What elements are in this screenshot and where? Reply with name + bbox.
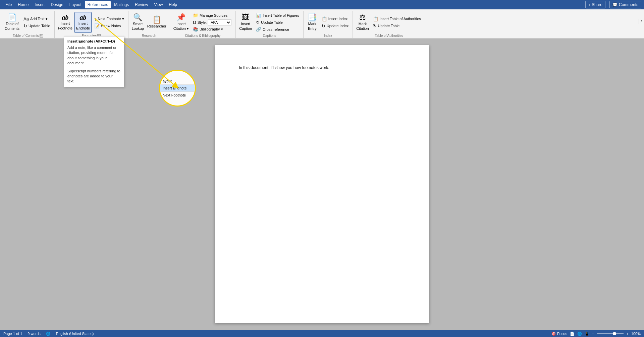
toc-expander[interactable]: ⎘ <box>40 34 43 38</box>
ribbon-groups: 📄 Table ofContents Aa Add Text ▾ ↻ Updat… <box>0 11 644 38</box>
cross-reference-button[interactable]: 🔗 Cross-reference <box>254 26 301 33</box>
add-text-icon: Aa <box>23 16 29 21</box>
insert-table-of-figures-button[interactable]: 📊 Insert Table of Figures <box>254 12 301 19</box>
menu-design[interactable]: Design <box>48 1 66 8</box>
update-table-toc-button[interactable]: ↻ Update Table <box>21 22 52 29</box>
researcher-label: Researcher <box>147 24 166 28</box>
circle-context-menu: ayout Insert Endnote Next Footnote <box>159 70 196 107</box>
insert-table-of-authorities-button[interactable]: 📋 Insert Table of Authorities <box>371 15 423 22</box>
menu-help[interactable]: Help <box>166 1 180 8</box>
bibliography-label: Bibliography ▾ <box>200 27 223 31</box>
tooltip-description: Add a note, like a comment or citation, … <box>67 45 120 66</box>
insert-footnote-button[interactable]: ab InsertFootnote <box>57 12 74 33</box>
smart-lookup-button[interactable]: 🔍 SmartLookup <box>130 12 145 33</box>
menu-file[interactable]: File <box>3 1 14 8</box>
update-table-toa-button[interactable]: ↻ Update Table <box>371 22 423 29</box>
index-group-label: Index <box>306 34 351 38</box>
style-select[interactable]: APA MLA Chicago <box>208 19 231 25</box>
circle-menu-item-next-footnote[interactable]: Next Footnote <box>160 92 195 98</box>
mark-entry-button[interactable]: 📑 MarkEntry <box>306 12 319 33</box>
menu-bar-right: ↑ Share 💬 Comments <box>585 1 641 8</box>
document-page[interactable]: In this document, I'll show you how foot… <box>215 45 429 323</box>
insert-caption-button[interactable]: 🖼 InsertCaption <box>238 12 253 33</box>
zoom-in-button[interactable]: + <box>626 332 628 336</box>
zoom-thumb <box>613 332 616 335</box>
next-footnote-icon: ↓ <box>94 16 97 21</box>
manage-sources-button[interactable]: 📁 Manage Sources <box>191 12 233 19</box>
style-button[interactable]: Ω Style: APA MLA Chicago <box>191 19 233 26</box>
menu-items: File Home Insert Design Layout Reference… <box>3 1 585 8</box>
captions-small-buttons: 📊 Insert Table of Figures ↻ Update Table… <box>254 12 301 33</box>
comments-icon: 💬 <box>612 2 618 7</box>
update-index-button[interactable]: ↻ Update Index <box>320 22 351 29</box>
show-notes-button[interactable]: 📝 Show Notes <box>92 22 126 29</box>
bibliography-button[interactable]: 📚 Bibliography ▾ <box>191 26 233 33</box>
update-table-toa-icon: ↻ <box>373 23 377 28</box>
zoom-slider[interactable] <box>597 333 624 334</box>
insert-toa-label: Insert Table of Authorities <box>380 17 421 21</box>
footnotes-small-buttons: ↓ Next Footnote ▾ 📝 Show Notes <box>92 12 126 33</box>
comments-button[interactable]: 💬 Comments <box>609 1 641 8</box>
update-table-cap-label: Update Table <box>261 20 283 24</box>
group-research-content: 🔍 SmartLookup 📋 Researcher <box>130 11 168 33</box>
researcher-icon: 📋 <box>152 16 161 23</box>
menu-home[interactable]: Home <box>15 1 31 8</box>
researcher-button[interactable]: 📋 Researcher <box>146 12 168 33</box>
toc-group-label: Table of Contents ⎘ <box>3 34 52 38</box>
insert-endnote-label: InsertEndnote <box>76 21 90 30</box>
mark-entry-label: MarkEntry <box>308 22 317 30</box>
update-table-cap-icon: ↻ <box>256 20 260 25</box>
view-web-icon[interactable]: 🌐 <box>577 332 582 336</box>
smart-lookup-icon: 🔍 <box>133 14 142 21</box>
view-print-icon[interactable]: 📄 <box>570 332 575 336</box>
mark-citation-label: MarkCitation <box>356 22 369 30</box>
cross-reference-label: Cross-reference <box>263 27 289 31</box>
insert-toa-icon: 📋 <box>373 16 378 21</box>
group-index-content: 📑 MarkEntry 📋 Insert Index ↻ Update Inde… <box>306 11 351 33</box>
toa-group-label: Table of Authorities <box>355 34 423 38</box>
insert-endnote-icon: ab <box>80 14 87 21</box>
style-icon: Ω <box>193 20 196 25</box>
comments-label: Comments <box>619 2 638 7</box>
next-footnote-button[interactable]: ↓ Next Footnote ▾ <box>92 15 126 22</box>
status-bar-right: 🎯 Focus 📄 🌐 📱 − + 100% <box>551 332 641 336</box>
table-of-contents-button[interactable]: 📄 Table ofContents <box>3 12 21 33</box>
circle-menu-item-layout[interactable]: ayout <box>160 78 195 84</box>
share-button[interactable]: ↑ Share <box>585 1 605 8</box>
menu-references[interactable]: References <box>85 1 111 8</box>
insert-index-button[interactable]: 📋 Insert Index <box>320 15 351 22</box>
insert-citation-label: InsertCitation ▾ <box>173 22 189 30</box>
group-citations-content: 📌 InsertCitation ▾ 📁 Manage Sources Ω St… <box>172 11 234 33</box>
toa-small-buttons: 📋 Insert Table of Authorities ↻ Update T… <box>371 12 423 33</box>
menu-insert[interactable]: Insert <box>32 1 47 8</box>
language: English (United States) <box>56 332 94 336</box>
group-research: 🔍 SmartLookup 📋 Researcher Research <box>128 11 170 38</box>
update-table-cap-button[interactable]: ↻ Update Table <box>254 19 301 26</box>
menu-view[interactable]: View <box>152 1 166 8</box>
insert-index-icon: 📋 <box>322 16 327 21</box>
share-label: Share <box>592 2 602 7</box>
insert-citation-button[interactable]: 📌 InsertCitation ▾ <box>172 12 190 33</box>
index-small-buttons: 📋 Insert Index ↻ Update Index <box>320 12 351 33</box>
add-text-button[interactable]: Aa Add Text ▾ <box>21 15 52 22</box>
citations-small-buttons: 📁 Manage Sources Ω Style: APA MLA Chicag… <box>191 12 233 33</box>
menu-review[interactable]: Review <box>132 1 151 8</box>
bibliography-icon: 📚 <box>193 27 198 32</box>
circle-menu-item-insert-endnote[interactable]: Insert Endnote <box>160 85 195 91</box>
show-notes-label: Show Notes <box>101 24 121 28</box>
captions-group-label: Captions <box>238 34 301 38</box>
style-label: Style: <box>198 20 207 24</box>
status-bar: Page 1 of 1 9 words 🌐 English (United St… <box>0 330 644 337</box>
menu-mailings[interactable]: Mailings <box>111 1 131 8</box>
ribbon-collapse-button[interactable]: ∧ <box>639 19 644 24</box>
zoom-out-button[interactable]: − <box>592 332 594 336</box>
tooltip-shortcut: Superscript numbers referring to endnote… <box>67 69 120 84</box>
view-mobile-icon[interactable]: 📱 <box>585 332 589 336</box>
insert-footnote-icon: ab <box>62 14 68 21</box>
insert-tof-label: Insert Table of Figures <box>263 13 299 17</box>
insert-endnote-button[interactable]: ab InsertEndnote <box>74 12 92 33</box>
mark-citation-button[interactable]: ⚖ MarkCitation <box>355 12 370 33</box>
update-table-toc-icon: ↻ <box>23 23 27 28</box>
menu-layout[interactable]: Layout <box>67 1 84 8</box>
word-count: 9 words <box>28 332 41 336</box>
